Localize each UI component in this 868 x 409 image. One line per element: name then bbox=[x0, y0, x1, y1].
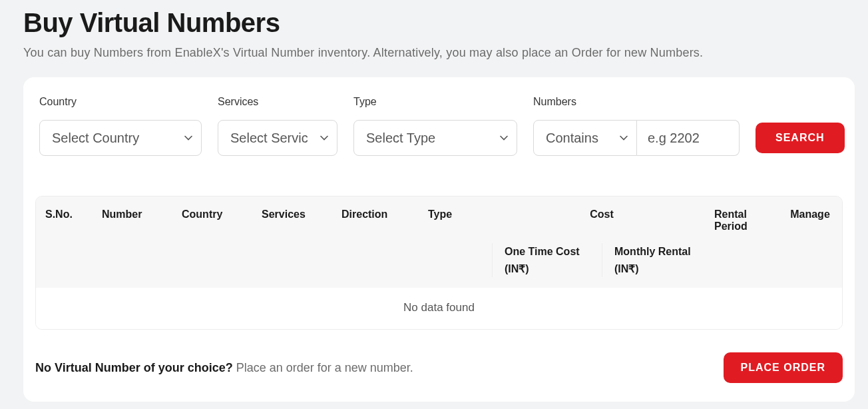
col-cost-onetime: One Time Cost (IN₹) bbox=[492, 243, 602, 277]
table-header: S.No. Number Country Services Direction … bbox=[36, 197, 842, 288]
col-services: Services bbox=[259, 208, 339, 220]
country-label: Country bbox=[39, 96, 202, 108]
col-rental-period: Rental Period bbox=[712, 208, 778, 232]
numbers-filter: Numbers Contains bbox=[533, 96, 740, 156]
page-title: Buy Virtual Numbers bbox=[23, 8, 868, 38]
col-number: Number bbox=[99, 208, 179, 220]
col-direction: Direction bbox=[339, 208, 425, 220]
col-country: Country bbox=[179, 208, 259, 220]
services-filter: Services Select Services bbox=[218, 96, 337, 156]
col-cost-monthly: Monthly Rental (IN₹) bbox=[602, 243, 712, 277]
numbers-label: Numbers bbox=[533, 96, 740, 108]
col-manage: Manage bbox=[778, 208, 842, 220]
main-card: Country Select Country Services Select S… bbox=[23, 77, 855, 402]
numbers-input[interactable] bbox=[637, 120, 740, 156]
footer-row: No Virtual Number of your choice? Place … bbox=[35, 352, 843, 383]
country-filter: Country Select Country bbox=[39, 96, 202, 156]
col-cost: Cost bbox=[492, 208, 712, 220]
place-order-button[interactable]: PLACE ORDER bbox=[724, 352, 843, 383]
type-filter: Type Select Type bbox=[353, 96, 517, 156]
type-select[interactable]: Select Type bbox=[353, 120, 517, 156]
col-type: Type bbox=[425, 208, 492, 220]
col-sno: S.No. bbox=[36, 208, 99, 220]
footer-text-bold: No Virtual Number of your choice? bbox=[35, 361, 236, 374]
results-table: S.No. Number Country Services Direction … bbox=[35, 196, 843, 330]
footer-text-rest: Place an order for a new number. bbox=[236, 361, 413, 374]
services-label: Services bbox=[218, 96, 337, 108]
services-select[interactable]: Select Services bbox=[218, 120, 337, 156]
filters-row: Country Select Country Services Select S… bbox=[23, 96, 855, 156]
table-empty-message: No data found bbox=[36, 288, 842, 329]
numbers-match-select[interactable]: Contains bbox=[533, 120, 637, 156]
search-button[interactable]: SEARCH bbox=[756, 123, 845, 153]
type-label: Type bbox=[353, 96, 517, 108]
country-select[interactable]: Select Country bbox=[39, 120, 202, 156]
page-subtitle: You can buy Numbers from EnableX's Virtu… bbox=[23, 46, 868, 60]
footer-text: No Virtual Number of your choice? Place … bbox=[35, 361, 413, 375]
